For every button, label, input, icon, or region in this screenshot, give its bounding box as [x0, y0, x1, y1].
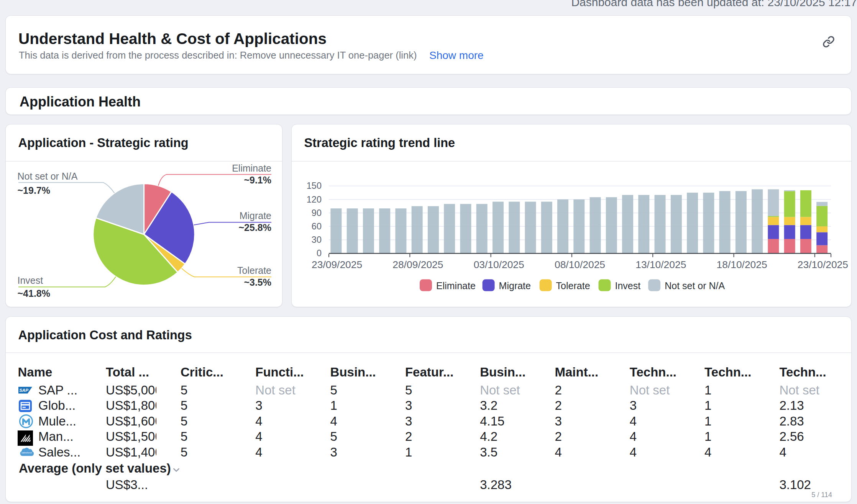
- svg-text:Not set or N/A: Not set or N/A: [665, 280, 725, 291]
- svg-text:~3.5%: ~3.5%: [244, 277, 271, 288]
- svg-text:Invest: Invest: [18, 275, 43, 286]
- svg-text:18/10/2025: 18/10/2025: [717, 259, 767, 270]
- svg-text:~19.7%: ~19.7%: [18, 185, 51, 196]
- svg-text:Invest: Invest: [615, 280, 641, 291]
- svg-text:23/09/2025: 23/09/2025: [312, 259, 362, 270]
- svg-text:08/10/2025: 08/10/2025: [555, 259, 605, 270]
- svg-text:60: 60: [312, 221, 322, 231]
- svg-text:Migrate: Migrate: [499, 280, 531, 291]
- svg-text:SAP: SAP: [19, 388, 28, 393]
- svg-text:Tolerate: Tolerate: [556, 280, 590, 291]
- svg-text:23/10/2025: 23/10/2025: [798, 259, 848, 270]
- svg-text:Eliminate: Eliminate: [232, 163, 271, 173]
- svg-text:Tolerate: Tolerate: [237, 265, 271, 276]
- svg-text:~41.8%: ~41.8%: [18, 288, 51, 299]
- svg-text:Not set or N/A: Not set or N/A: [18, 171, 78, 182]
- svg-text:150: 150: [307, 181, 322, 191]
- svg-text:0: 0: [317, 248, 322, 258]
- svg-text:30: 30: [312, 235, 322, 245]
- svg-text:90: 90: [312, 208, 322, 218]
- svg-text:~9.1%: ~9.1%: [244, 175, 271, 185]
- svg-text:Migrate: Migrate: [240, 210, 271, 221]
- svg-text:03/10/2025: 03/10/2025: [474, 259, 524, 270]
- svg-text:13/10/2025: 13/10/2025: [635, 259, 686, 270]
- svg-text:Eliminate: Eliminate: [436, 280, 476, 291]
- svg-text:28/09/2025: 28/09/2025: [392, 259, 443, 270]
- svg-text:~25.8%: ~25.8%: [239, 222, 272, 233]
- svg-text:salesforce: salesforce: [21, 452, 32, 454]
- svg-text:120: 120: [307, 195, 322, 205]
